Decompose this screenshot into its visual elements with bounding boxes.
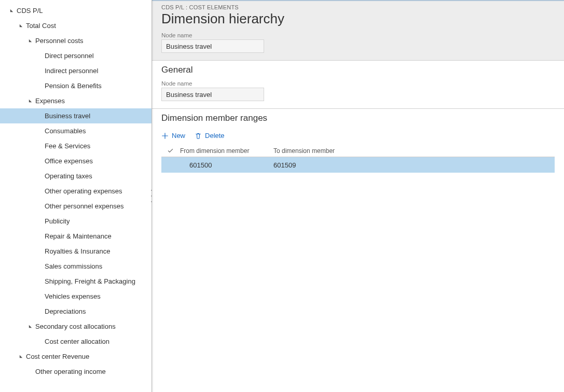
to-dimension-member-cell[interactable]: 601509 [272, 161, 366, 169]
tree-item-label: Office expenses [45, 157, 93, 165]
expander-placeholder [35, 67, 44, 75]
tree-item[interactable]: Repair & Maintenance [0, 229, 152, 244]
svg-marker-5 [19, 355, 22, 358]
tree-item[interactable]: Other personnel expenses [0, 199, 152, 214]
tree-item-label: Operating taxes [45, 172, 92, 180]
tree-item[interactable]: Office expenses [0, 153, 152, 169]
tree-item[interactable]: Secondary cost allocations [0, 319, 152, 334]
general-section: General Node name [152, 60, 564, 108]
tree-item-label: Royalties & Insurance [45, 247, 110, 255]
main-pane: CDS P/L : COST ELEMENTS Dimension hierar… [152, 0, 564, 392]
ranges-section-title: Dimension member ranges [161, 113, 555, 123]
expander-placeholder [35, 202, 44, 211]
svg-marker-4 [29, 325, 31, 328]
tree-item-label: Other operating income [35, 368, 106, 375]
general-section-title: General [161, 65, 555, 75]
tree-item-label: Sales commissions [45, 262, 102, 270]
expander-placeholder [35, 52, 44, 60]
svg-marker-2 [29, 39, 31, 42]
tree-item[interactable]: Depreciations [0, 304, 152, 319]
tree-item[interactable]: Indirect personnel [0, 63, 152, 78]
expander-open-icon[interactable] [26, 37, 34, 45]
tree-item-label: Other personnel expenses [45, 202, 123, 210]
expander-placeholder [35, 82, 44, 90]
tree-pane: CDS P/LTotal CostPersonnel costsDirect p… [0, 0, 152, 392]
tree-item[interactable]: Total Cost [0, 18, 152, 33]
expander-placeholder [35, 112, 44, 120]
expander-open-icon[interactable] [17, 22, 25, 30]
expander-placeholder [35, 307, 44, 316]
expander-placeholder [35, 247, 44, 256]
breadcrumb: CDS P/L : COST ELEMENTS [161, 4, 555, 10]
tree-item-label: Total Cost [26, 22, 56, 30]
tree-item-label: Pension & Benefits [45, 82, 102, 90]
expander-placeholder [35, 232, 44, 241]
expander-placeholder [35, 172, 44, 180]
tree-item[interactable]: Operating taxes [0, 169, 152, 184]
expander-placeholder [35, 217, 44, 226]
delete-button[interactable]: Delete [195, 132, 225, 139]
tree-item[interactable]: Shipping, Freight & Packaging [0, 274, 152, 289]
ranges-action-row: New Delete [152, 128, 564, 145]
ranges-grid: From dimension member To dimension membe… [152, 145, 564, 182]
tree-item[interactable]: Royalties & Insurance [0, 244, 152, 259]
delete-button-label: Delete [205, 132, 225, 139]
tree-item-label: Secondary cost allocations [35, 323, 116, 330]
tree-item-label: Consumables [45, 127, 86, 135]
expander-placeholder [35, 142, 44, 150]
page-title: Dimension hierarchy [161, 11, 555, 27]
tree-item-label: Personnel costs [35, 37, 84, 45]
from-column-header[interactable]: From dimension member [179, 147, 272, 155]
tree-item[interactable]: Publicity [0, 214, 152, 229]
to-column-header[interactable]: To dimension member [272, 147, 366, 155]
expander-open-icon[interactable] [26, 97, 34, 105]
tree-item[interactable]: Direct personnel [0, 48, 152, 63]
select-column-header[interactable] [161, 147, 179, 154]
tree-item-label: Publicity [45, 217, 70, 225]
tree-item-label: Other operating expenses [45, 187, 122, 195]
svg-marker-1 [19, 24, 22, 27]
tree-item[interactable]: CDS P/L [0, 3, 152, 18]
tree-item[interactable]: Consumables [0, 123, 152, 138]
page-header: CDS P/L : COST ELEMENTS Dimension hierar… [152, 0, 564, 60]
from-dimension-member-cell[interactable]: 601500 [179, 161, 272, 169]
ranges-grid-header: From dimension member To dimension membe… [161, 145, 555, 157]
expander-placeholder [35, 292, 44, 301]
expander-open-icon[interactable] [26, 323, 34, 331]
node-name-general-label: Node name [161, 80, 555, 87]
tree-item[interactable]: Other operating income [0, 364, 152, 379]
tree-item[interactable]: Cost center Revenue [0, 349, 152, 364]
tree-item[interactable]: Pension & Benefits [0, 78, 152, 93]
node-name-general-input[interactable] [161, 88, 264, 101]
tree-item-label: Indirect personnel [45, 67, 98, 75]
tree-item-label: Shipping, Freight & Packaging [45, 277, 135, 285]
tree-item[interactable]: Cost center allocation [0, 334, 152, 349]
expander-placeholder [35, 338, 44, 346]
expander-placeholder [35, 157, 44, 165]
expander-placeholder [35, 127, 44, 135]
tree-item-label: Vehicles expenses [45, 292, 101, 300]
tree-item[interactable]: Fee & Services [0, 138, 152, 153]
tree-item[interactable]: Expenses [0, 93, 152, 108]
new-button[interactable]: New [161, 132, 185, 139]
tree-item-label: CDS P/L [17, 7, 43, 15]
tree-item[interactable]: Other operating expenses [0, 184, 152, 199]
plus-icon [161, 132, 169, 139]
new-button-label: New [172, 132, 185, 139]
svg-marker-0 [10, 9, 12, 12]
expander-placeholder [26, 368, 34, 376]
node-name-header-input[interactable] [161, 39, 264, 53]
splitter-handle[interactable] [150, 190, 153, 202]
hierarchy-tree: CDS P/LTotal CostPersonnel costsDirect p… [0, 0, 152, 379]
expander-open-icon[interactable] [17, 353, 25, 361]
trash-icon [195, 132, 202, 139]
tree-item[interactable]: Personnel costs [0, 33, 152, 48]
expander-placeholder [35, 262, 44, 271]
expander-open-icon[interactable] [7, 7, 16, 15]
table-row[interactable]: 601500601509 [161, 157, 555, 173]
tree-item[interactable]: Business travel [0, 108, 152, 123]
tree-item[interactable]: Sales commissions [0, 259, 152, 274]
tree-item-label: Cost center Revenue [26, 353, 89, 360]
expander-placeholder [35, 277, 44, 286]
tree-item[interactable]: Vehicles expenses [0, 289, 152, 304]
